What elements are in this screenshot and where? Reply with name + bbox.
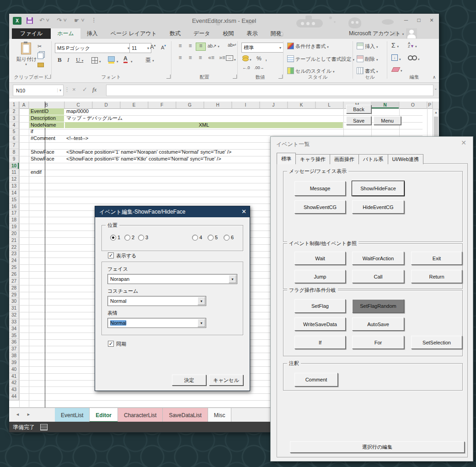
row-header-27[interactable]: 27 — [9, 278, 19, 285]
call-button[interactable]: Call — [352, 270, 404, 283]
sheet-tab-EventList[interactable]: EventList — [55, 408, 90, 422]
scroll-up-icon[interactable]: ▲ — [434, 111, 438, 114]
sheet-tab-CharacterList[interactable]: CharacterList — [118, 408, 163, 422]
currency-arrow[interactable]: ▾ — [250, 56, 251, 62]
orientation-icon[interactable]: ab↗ ▾ — [208, 43, 219, 48]
row-header-23[interactable]: 23 — [9, 251, 19, 258]
expression-combo-arrow[interactable]: ▼ — [198, 319, 205, 327]
sheet-tab-Editor[interactable]: Editor — [90, 408, 118, 422]
comma-icon[interactable]: , — [265, 54, 267, 62]
account-label[interactable]: Microsoft アカウント ▾ — [349, 30, 404, 38]
borders-arrow[interactable]: ▾ — [99, 58, 101, 64]
column-header-D[interactable]: D — [92, 102, 120, 109]
row-header-5[interactable]: 5 — [9, 129, 19, 135]
setflag-button[interactable]: SetFlag — [294, 299, 346, 313]
panel-tab-画面操作[interactable]: 画面操作 — [330, 154, 359, 164]
cell-B9[interactable]: ShowFace — [29, 156, 64, 162]
decrease-decimal-icon[interactable]: .00→ — [254, 65, 264, 70]
menu-button[interactable]: Menu — [374, 116, 401, 125]
row-header-21[interactable]: 21 — [9, 237, 19, 244]
minimize-button[interactable]: ─ — [401, 16, 412, 25]
ok-button[interactable]: 決定 — [172, 375, 206, 386]
delete-cells-button[interactable]: 削除 ▾ — [357, 55, 378, 63]
panel-close-icon[interactable]: ✕ — [461, 139, 466, 146]
row-header-24[interactable]: 24 — [9, 258, 19, 264]
sheet-tab-Misc[interactable]: Misc — [208, 408, 232, 422]
name-box[interactable]: N10▾ — [13, 85, 64, 96]
edit-selected-row-button[interactable]: 選択行の編集 — [290, 441, 465, 453]
row-header-13[interactable]: 13 — [9, 183, 19, 190]
cell-C3[interactable]: マップ－デバッグルーム — [65, 115, 343, 122]
panel-tab-キャラ操作[interactable]: キャラ操作 — [296, 154, 330, 164]
font-color-icon[interactable]: A — [123, 55, 128, 63]
clear-arrow[interactable]: ▾ — [401, 67, 402, 73]
column-header-J[interactable]: J — [260, 102, 288, 109]
cell-B6[interactable]: #Comment — [29, 135, 64, 142]
row-header-11[interactable]: 11 — [9, 169, 19, 176]
row-header-41[interactable]: 41 — [9, 373, 19, 380]
jump-button[interactable]: Jump — [294, 270, 346, 283]
face-combo-arrow[interactable]: ▼ — [229, 275, 236, 283]
row-header-22[interactable]: 22 — [9, 244, 19, 251]
align-top-icon[interactable]: ≡ — [176, 43, 185, 50]
dialog-title-bar[interactable]: イベント編集-ShowFace/HideFace — [95, 206, 250, 217]
italic-button[interactable]: I — [67, 56, 69, 64]
fill-down-icon[interactable]: ↓ — [391, 54, 398, 61]
row-header-40[interactable]: 40 — [9, 366, 19, 373]
column-header-I[interactable]: I — [232, 102, 260, 109]
if-button[interactable]: If — [294, 336, 346, 349]
face-combo[interactable]: Norapan ▼ — [107, 274, 237, 284]
sync-checkbox[interactable]: ✓ — [108, 341, 114, 347]
align-bottom-icon[interactable]: ≡ — [196, 43, 206, 51]
setselection-button[interactable]: SetSelection — [411, 336, 462, 349]
expand-formula-bar-icon[interactable]: ⌄ — [434, 86, 438, 91]
paste-button[interactable]: 貼り付け ▾ — [16, 43, 36, 66]
column-header-B[interactable]: B — [29, 102, 64, 109]
tab-開発[interactable]: 開発 — [264, 28, 288, 39]
cancel-entry-icon[interactable]: × — [72, 86, 76, 93]
autosum-icon[interactable]: Σ ▾ — [391, 42, 399, 49]
number-dialog-launcher[interactable] — [278, 75, 283, 79]
format-painter-icon[interactable] — [37, 63, 44, 67]
cell-styles-button[interactable]: セルのスタイル ▾ — [287, 67, 334, 75]
row-header-4[interactable]: 4 — [9, 122, 19, 129]
macro-record-icon[interactable] — [40, 424, 48, 430]
position-radio-1[interactable] — [110, 235, 116, 241]
increase-indent-icon[interactable]: »≡ — [218, 54, 227, 62]
row-header-7[interactable]: 7 — [9, 142, 19, 149]
cell-B5[interactable]: if — [29, 129, 64, 135]
row-header-39[interactable]: 39 — [9, 360, 19, 366]
writesavedata-button[interactable]: WriteSaveData — [294, 317, 346, 331]
row-header-16[interactable]: 16 — [9, 204, 19, 210]
sheet-scroll-left-icon[interactable]: ◄ — [16, 412, 20, 417]
row-header-30[interactable]: 30 — [9, 298, 19, 305]
percent-icon[interactable]: % — [257, 55, 262, 62]
column-header-P[interactable]: P — [427, 102, 433, 109]
collapse-ribbon-icon[interactable]: ∧ — [433, 75, 436, 80]
setflagrandom-button[interactable]: SetFlagRandom — [352, 299, 404, 313]
column-header-H[interactable]: H — [204, 102, 232, 109]
row-header-43[interactable]: 43 — [9, 386, 19, 393]
maximize-button[interactable]: □ — [413, 16, 424, 25]
row-header-29[interactable]: 29 — [9, 292, 19, 299]
align-middle-icon[interactable]: ≡ — [186, 43, 195, 50]
dialog-close-icon[interactable]: ✕ — [241, 208, 246, 215]
name-box-arrow[interactable]: ▾ — [57, 88, 63, 92]
conditional-formatting-button[interactable]: 条件付き書式 ▾ — [287, 43, 329, 50]
cell-B8[interactable]: ShowFace — [29, 149, 64, 156]
row-header-37[interactable]: 37 — [9, 346, 19, 353]
tab-数式[interactable]: 数式 — [163, 28, 187, 39]
column-header-K[interactable]: K — [288, 102, 316, 109]
row-header-15[interactable]: 15 — [9, 197, 19, 204]
panel-tab-バトル系[interactable]: バトル系 — [359, 154, 388, 164]
column-header-E[interactable]: E — [120, 102, 148, 109]
wait-button[interactable]: Wait — [294, 252, 346, 265]
row-header-35[interactable]: 35 — [9, 333, 19, 339]
underline-button[interactable]: U ▾ — [76, 56, 83, 64]
row-header-31[interactable]: 31 — [9, 305, 19, 312]
grow-font-icon[interactable]: A▴ — [150, 43, 155, 50]
row-header-6[interactable]: 6 — [9, 135, 19, 142]
font-color-arrow[interactable]: ▾ — [131, 58, 133, 64]
show-hideface-button[interactable]: Show/HideFace — [352, 181, 404, 196]
cell-B11[interactable]: endif — [29, 169, 64, 176]
